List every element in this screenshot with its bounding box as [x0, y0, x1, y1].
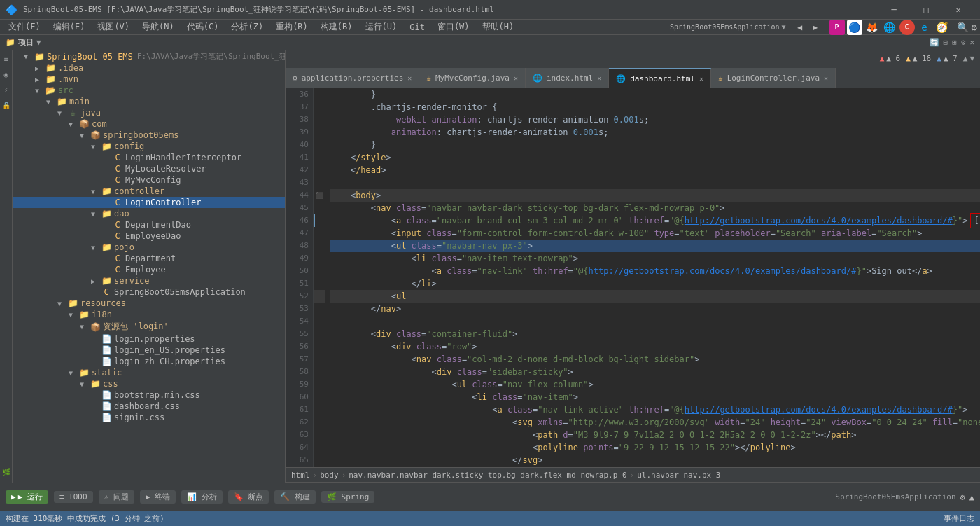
tree-item-bootstrap-css[interactable]: ▶ 📄 bootstrap.min.css — [13, 389, 285, 401]
tree-item-dashboard-css[interactable]: ▶ 📄 dashboard.css — [13, 401, 285, 412]
side-icon-4[interactable]: 🔒 — [1, 99, 12, 111]
tree-item-main[interactable]: ▼ 📁 main — [13, 96, 285, 107]
menu-run[interactable]: 运行(U) — [360, 20, 403, 34]
menu-window[interactable]: 窗口(W) — [432, 20, 475, 34]
tree-item-department[interactable]: ▶ C Department — [13, 253, 285, 264]
tree-item-login-zh-props[interactable]: ▶ 📄 login_zh_CH.properties — [13, 356, 285, 367]
code-content[interactable]: } .chartjs-render-monitor { -webkit-anim… — [325, 88, 980, 467]
nav-html[interactable]: html — [291, 471, 310, 480]
tab-login-ctrl-close[interactable]: ✕ — [824, 74, 828, 82]
ie-icon[interactable]: e — [917, 20, 932, 35]
settings-icon[interactable]: ⚙ — [972, 22, 977, 33]
close-button[interactable]: ✕ — [942, 0, 974, 20]
menu-help[interactable]: 帮助(H) — [477, 20, 520, 34]
menu-file[interactable]: 文件(F) — [3, 20, 46, 34]
project-dropdown[interactable]: ▼ — [36, 38, 41, 47]
tree-item-login-pkg[interactable]: ▼ 📦 资源包 'login' — [13, 320, 285, 333]
menu-git[interactable]: Git — [404, 21, 430, 34]
warning-down-btn[interactable]: ▼ — [969, 54, 974, 63]
nav-navbar[interactable]: nav.navbar.navbar-dark.sticky-top.bg-dar… — [349, 471, 626, 480]
tab-login-controller[interactable]: ☕ LoginController.java ✕ — [711, 68, 836, 88]
tree-item-config[interactable]: ▼ 📁 config — [13, 141, 285, 152]
maximize-button[interactable]: □ — [910, 0, 942, 20]
edge-icon[interactable]: 🌐 — [882, 20, 897, 35]
breadcrumb-settings-icon[interactable]: ⚙ — [961, 38, 966, 47]
menu-edit[interactable]: 编辑(E) — [48, 20, 91, 34]
tree-item-java[interactable]: ▼ ☕ java — [13, 107, 285, 118]
toolbar-forward-btn[interactable]: ▶ — [808, 20, 822, 34]
menu-build[interactable]: 构建(B) — [315, 20, 358, 34]
breadcrumb-collapse-icon[interactable]: ⊟ — [944, 38, 948, 47]
chrome-icon[interactable]: 🔵 — [847, 20, 862, 35]
tab-app-properties-close[interactable]: ✕ — [407, 74, 412, 82]
side-icon-2[interactable]: ◉ — [1, 69, 12, 80]
warning-up-btn[interactable]: ▲ — [963, 54, 968, 63]
tree-item-loginhandler[interactable]: ▶ C LoginHandlerInterceptor — [13, 152, 285, 163]
safari-icon[interactable]: 🧭 — [934, 20, 950, 35]
spring-button[interactable]: 🌿 Spring — [321, 491, 374, 503]
tree-item-mylocale[interactable]: ▶ C MyLocaleResolver — [13, 163, 285, 174]
code-editor[interactable]: 36 37 38 39 40 41 42 43 44 45 46 47 48 4… — [286, 88, 980, 467]
tree-item-static[interactable]: ▼ 📁 static — [13, 367, 285, 378]
run-button[interactable]: ▶ ▶ 运行 — [6, 490, 48, 504]
tree-item-dao[interactable]: ▼ 📁 dao — [13, 208, 285, 219]
analysis-button[interactable]: 📊 分析 — [181, 490, 223, 504]
tree-item-resources[interactable]: ▼ 📁 resources — [13, 298, 285, 309]
tree-item-empdao[interactable]: ▶ C EmployeeDao — [13, 230, 285, 242]
tree-item-login-props[interactable]: ▶ 📄 login.properties — [13, 333, 285, 345]
tab-dashboard-html[interactable]: 🌐 dashboard.html ✕ — [609, 68, 711, 88]
todo-button[interactable]: ≡ TODO — [54, 491, 93, 503]
tree-item-logincontroller[interactable]: ▶ C LoginController — [13, 197, 285, 208]
tree-item-signin-css[interactable]: ▶ 📄 signin.css — [13, 412, 285, 423]
tree-root[interactable]: ▼ 📁 SpringBoot-05-EMS F:\JAVA\Java学习笔记\S… — [13, 50, 285, 62]
tab-index-html[interactable]: 🌐 index.html ✕ — [526, 68, 609, 88]
tree-item-mymvc[interactable]: ▶ C MyMvcConfig — [13, 174, 285, 186]
event-log-link[interactable]: 事件日志 — [944, 513, 974, 524]
tree-item-springbootapp[interactable]: ▶ C SpringBoot05EmsApplication — [13, 286, 285, 298]
tree-item-idea[interactable]: ▶ 📁 .idea — [13, 62, 285, 74]
menu-view[interactable]: 视图(V) — [92, 20, 135, 34]
bottom-expand-icon[interactable]: ▲ — [969, 492, 974, 502]
tab-myMvcConfig[interactable]: ☕ MyMvcConfig.java ✕ — [419, 68, 526, 88]
problems-button[interactable]: ⚠ 问题 — [99, 490, 134, 504]
minimize-button[interactable]: ─ — [878, 0, 910, 20]
tree-item-controller[interactable]: ▼ 📁 controller — [13, 186, 285, 197]
tree-item-i18n[interactable]: ▼ 📁 i18n — [13, 309, 285, 320]
menu-analyze[interactable]: 分析(Z) — [225, 20, 269, 34]
warning-count[interactable]: ▲ ▲ 16 — [906, 54, 931, 63]
bottom-settings-icon[interactable]: ⚙ — [960, 492, 965, 502]
tree-item-mvn[interactable]: ▶ 📁 .mvn — [13, 74, 285, 85]
tab-dashboard-close[interactable]: ✕ — [699, 75, 704, 83]
tree-item-login-en-props[interactable]: ▶ 📄 login_en_US.properties — [13, 345, 285, 356]
menu-refactor[interactable]: 重构(R) — [270, 20, 314, 34]
firefox-icon[interactable]: 🦊 — [864, 20, 880, 35]
error-count[interactable]: ▲ ▲ 6 — [880, 54, 901, 63]
breadcrumb-close-icon[interactable]: ✕ — [969, 38, 974, 47]
tree-item-com[interactable]: ▼ 📦 com — [13, 118, 285, 130]
info-count[interactable]: ▲ ▲ 7 — [937, 54, 958, 63]
terminal-button[interactable]: ▶ 终端 — [140, 490, 176, 504]
chrome2-icon[interactable]: C — [899, 20, 915, 35]
breadcrumb-expand-icon[interactable]: ⊞ — [952, 38, 957, 47]
toolbar-back-btn[interactable]: ◀ — [793, 20, 807, 34]
side-icon-3[interactable]: ⚡ — [1, 84, 12, 95]
breadcrumb-sync-icon[interactable]: 🔄 — [930, 38, 939, 47]
tree-item-employee[interactable]: ▶ C Employee — [13, 264, 285, 275]
nav-body[interactable]: body — [320, 471, 339, 480]
side-icon-1[interactable]: ≡ — [1, 53, 12, 64]
tree-item-src[interactable]: ▼ 📂 src — [13, 85, 285, 96]
tree-item-springboot05ems[interactable]: ▼ 📦 springboot05ems — [13, 130, 285, 141]
menu-code[interactable]: 代码(C) — [181, 20, 225, 34]
tree-item-pojo[interactable]: ▼ 📁 pojo — [13, 242, 285, 253]
tab-app-properties[interactable]: ⚙ application.properties ✕ — [286, 68, 419, 88]
search-icon[interactable]: 🔍 — [957, 22, 969, 33]
side-icon-5[interactable]: 🌿 — [1, 466, 12, 477]
menu-navigate[interactable]: 导航(N) — [136, 20, 180, 34]
tree-item-css-folder[interactable]: ▼ 📁 css — [13, 378, 285, 389]
tree-item-service[interactable]: ▶ 📁 service — [13, 275, 285, 286]
tab-myMvcConfig-close[interactable]: ✕ — [514, 74, 518, 82]
tab-index-close[interactable]: ✕ — [597, 74, 601, 82]
build-button[interactable]: 🔨 构建 — [274, 490, 316, 504]
nav-ul[interactable]: ul.navbar-nav.px-3 — [637, 471, 720, 480]
tree-item-deptdao[interactable]: ▶ C DepartmentDao — [13, 219, 285, 230]
